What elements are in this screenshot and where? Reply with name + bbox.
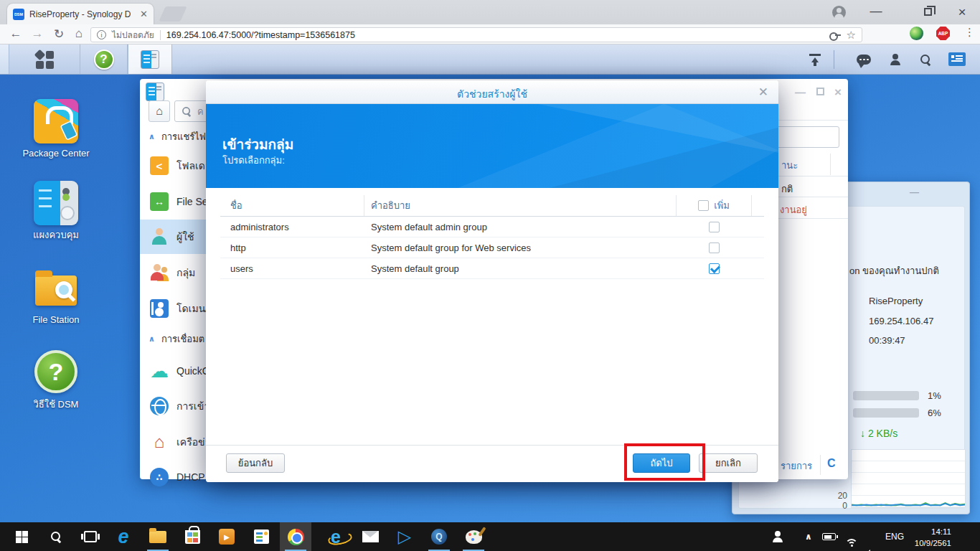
browser-tab[interactable]: DSM RiseProperty - Synology D ✕ [7,4,154,24]
battery-icon[interactable] [822,533,836,540]
edge-icon: e [118,526,128,548]
url-text: 169.254.106.47:5000/?timestamp=153656187… [166,30,355,40]
group-row-administrators[interactable]: administrators System default admin grou… [220,217,764,237]
cp-maximize-icon[interactable] [816,88,824,95]
column-header-name[interactable]: ชื่อ [220,195,364,216]
address-separator [160,30,161,40]
cpu-percent: 1% [928,390,941,401]
control-panel-icon [141,50,159,69]
widgets-button[interactable] [944,44,970,74]
taskbar-movies-tv[interactable]: ▷ [389,522,420,551]
search-button[interactable] [913,44,938,74]
desktop-label-package-center: Package Center [9,148,103,159]
browser-profile-icon[interactable] [832,6,846,19]
search-icon [182,106,192,116]
bookmark-star-icon[interactable]: ☆ [847,29,856,42]
taskbar-office-app[interactable] [245,522,277,551]
browser-menu-icon[interactable]: ⋮ [964,26,975,39]
dsm-favicon: DSM [13,9,24,20]
desktop-label-control-panel: แผงควบคุม [9,230,103,241]
tray-overflow-chevron[interactable]: ∧ [805,532,812,542]
window-minimize-icon[interactable]: — [865,4,887,19]
cp-section-file-sharing[interactable]: ∧ การแชร์ไฟ [149,129,206,143]
taskbar-edge[interactable]: e [108,522,139,551]
taskbar-search-button[interactable] [40,522,72,551]
help-button[interactable]: ? [80,44,128,74]
tray-clock[interactable]: 14:11 10/9/2561 [908,527,951,549]
desktop-icon-file-station[interactable] [34,265,78,310]
taskbar-mail[interactable] [354,522,386,551]
taskbar-paint[interactable] [458,522,489,551]
dialog-close-icon[interactable]: ✕ [758,85,768,100]
row-checkbox[interactable] [709,222,720,232]
column-header-description[interactable]: คำอธิบาย [364,195,677,216]
refresh-icon[interactable]: C [827,457,836,470]
collapse-caret-icon: ∧ [149,132,155,141]
column-header-add[interactable]: เพิ่ม [677,195,752,216]
home-icon[interactable]: ⌂ [70,27,88,41]
start-button[interactable] [6,522,37,551]
back-button[interactable]: ย้อนกลับ [226,453,285,473]
group-icon [150,263,169,282]
cp-close-icon[interactable]: × [834,85,842,100]
widgets-icon [948,52,966,66]
password-key-icon[interactable] [829,32,841,38]
reload-icon[interactable]: ↻ [50,27,67,42]
group-row-http[interactable]: http System default group for Web servic… [220,237,764,258]
main-menu-button[interactable] [9,44,80,74]
package-center-icon [34,99,78,143]
row-checkbox[interactable] [709,242,720,253]
play-icon: ▷ [398,528,411,545]
notifications-button[interactable] [851,44,877,74]
taskbar-quicktime[interactable]: Q [423,522,455,551]
select-all-checkbox[interactable] [698,200,709,211]
taskbar-file-explorer[interactable] [142,522,174,551]
cp-search-text: ค [197,104,204,119]
user-icon [150,227,169,246]
widget-minimize-icon[interactable]: — [910,187,919,197]
taskbar-internet-explorer[interactable]: e [320,522,352,551]
tab-close-icon[interactable]: ✕ [140,9,148,19]
network-house-icon: ⌂ [150,433,169,451]
search-icon [920,54,931,65]
desktop-icon-dsm-help[interactable]: ? [34,350,77,393]
forward-icon[interactable]: → [29,27,46,41]
control-panel-taskbar-button[interactable] [128,44,172,74]
cp-status-column-header[interactable]: านะ [781,158,798,173]
widget-uptime: 00:39:47 [869,335,905,346]
back-icon[interactable]: ← [7,27,24,41]
cp-section-connectivity[interactable]: ∧ การเชื่อมต [149,331,204,346]
desktop-icon-control-panel[interactable] [34,181,78,225]
task-view-button[interactable] [75,522,106,551]
cp-minimize-icon[interactable]: — [795,86,806,98]
tray-time: 14:11 [908,527,951,538]
cp-home-button[interactable]: ⌂ [149,100,170,122]
idm-extension-icon[interactable] [910,27,923,40]
account-button[interactable] [882,44,908,74]
download-arrow-icon: ↓ [860,428,865,439]
address-bar[interactable]: i ไม่ปลอดภัย 169.254.106.47:5000/?timest… [90,27,862,42]
new-tab-button[interactable] [159,6,187,22]
group-row-users[interactable]: users System default group [220,258,764,279]
window-close-icon[interactable]: × [951,4,973,20]
microsoft-store-icon [185,530,200,544]
screen: DSM RiseProperty - Synology D ✕ — × ← → … [0,0,980,551]
info-icon[interactable]: i [97,30,106,39]
upload-status-button[interactable] [802,44,828,74]
wifi-icon[interactable] [845,539,858,549]
globe-icon [150,397,169,415]
user-icon [890,54,901,65]
taskbar-store[interactable] [176,522,208,551]
control-panel-desktop-icon [34,181,78,225]
taskbar-media-player[interactable]: ▶ [211,522,242,551]
row-checkbox[interactable] [709,263,720,274]
window-restore-icon[interactable] [924,8,932,16]
desktop-icon-package-center[interactable] [34,99,78,143]
taskbar-chrome[interactable] [280,522,311,551]
file-services-icon: ↔ [150,192,169,211]
language-indicator[interactable]: ENG [885,532,904,542]
cancel-button[interactable]: ยกเลิก [699,453,758,473]
domain-icon [150,299,169,318]
desktop-label-file-station: File Station [9,314,103,326]
widget-ip-address: 169.254.106.47 [869,316,933,326]
